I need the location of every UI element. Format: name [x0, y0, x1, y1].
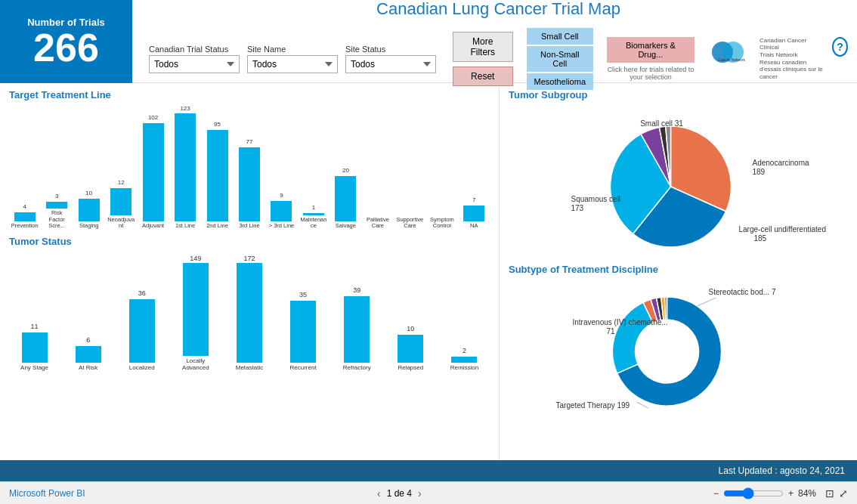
tumor-subgroup-chart: Small cell 31Adenocarcinoma189Squamous c…: [509, 105, 848, 264]
pie-label: 185: [754, 234, 767, 243]
pie-label: Large-cell undifferentiated: [739, 225, 826, 233]
treatment-bar-group[interactable]: 10Staging: [73, 105, 104, 230]
bar-value: 11: [31, 323, 39, 332]
bar-rect[interactable]: [14, 212, 36, 221]
zoom-level: 84%: [798, 488, 816, 499]
treatment-bar-group[interactable]: Supportive Care: [394, 105, 425, 230]
bar-label: NA: [460, 223, 487, 230]
bar-rect[interactable]: [79, 199, 100, 221]
tumor-bar-group[interactable]: 172Metastatic: [224, 255, 274, 372]
zoom-minus[interactable]: −: [713, 488, 719, 499]
bar-rect[interactable]: [335, 176, 356, 221]
bar-value: 39: [353, 286, 360, 296]
bar-label: Symptom Control: [428, 217, 456, 230]
treatment-bar-group[interactable]: 102Adjuvant: [138, 105, 169, 230]
tumor-subgroup-title: Tumor Subgroup: [509, 89, 848, 100]
bar-rect[interactable]: [344, 296, 370, 363]
bar-rect[interactable]: [110, 188, 131, 215]
pie-label: Adenocarcinoma: [753, 159, 809, 167]
bar-rect[interactable]: [290, 301, 316, 363]
svg-text:Cancer Network: Cancer Network: [718, 57, 745, 62]
bar-rect[interactable]: [175, 113, 196, 221]
treatment-bar-group[interactable]: 7NA: [459, 105, 490, 230]
tumor-bar-group[interactable]: 10Relapsed: [385, 255, 436, 372]
bar-rect[interactable]: [207, 130, 228, 221]
donut-segment[interactable]: [664, 297, 667, 320]
treatment-bar-group[interactable]: 4Prevention: [9, 105, 40, 230]
bar-rect[interactable]: [46, 202, 67, 209]
pie-label: 173: [571, 204, 584, 212]
treatment-bar-group[interactable]: 773rd Line: [234, 105, 265, 230]
tumor-bar-group[interactable]: 11Any Stage: [9, 255, 60, 372]
more-filters-button[interactable]: More Filters: [453, 32, 513, 62]
bar-value: 149: [190, 255, 201, 263]
treatment-bar-group[interactable]: 1Maintenance: [298, 105, 329, 230]
bar-value: 35: [299, 291, 307, 301]
bar-label: Refractory: [338, 364, 376, 372]
tumor-bar-group[interactable]: 149Locally Advanced: [170, 255, 221, 372]
bar-rect[interactable]: [22, 332, 48, 363]
bar-value: 95: [214, 121, 221, 130]
bar-label: 3rd Line: [236, 223, 263, 230]
donut-label: 71: [607, 327, 616, 335]
bar-rect[interactable]: [76, 346, 101, 363]
bar-label: Supportive Care: [396, 217, 423, 230]
tumor-bar-group[interactable]: 2Remission: [439, 255, 490, 372]
bar-value: 2: [463, 347, 466, 357]
tumor-bar-group[interactable]: 36Localized: [116, 255, 167, 372]
tumor-bar-group[interactable]: 6At Risk: [63, 255, 113, 372]
bar-value: 36: [138, 289, 146, 299]
treatment-bar-group[interactable]: 9> 3rd Line: [266, 105, 297, 230]
target-treatment-chart: 4Prevention3Risk Factor Scre...10Staging…: [9, 105, 490, 230]
page-prev[interactable]: ‹: [377, 487, 381, 499]
bar-rect[interactable]: [303, 213, 324, 215]
donut-leader-line: [698, 298, 716, 306]
bar-rect[interactable]: [398, 335, 423, 363]
page-indicator: 1 de 4: [387, 488, 412, 499]
bar-label: > 3rd Line: [268, 223, 295, 230]
bar-rect[interactable]: [129, 299, 155, 363]
tumor-bar-group[interactable]: 35Recurrent: [278, 255, 329, 372]
treatment-bar-group[interactable]: 3Risk Factor Scre...: [41, 105, 72, 230]
bar-value: 172: [243, 255, 255, 263]
page-next[interactable]: ›: [418, 487, 422, 499]
powerbi-link[interactable]: Microsoft Power BI: [9, 488, 85, 499]
treatment-bar-group[interactable]: Palliative Care: [362, 105, 393, 230]
bar-rect[interactable]: [183, 263, 209, 356]
bar-rect[interactable]: [451, 357, 477, 363]
bar-rect[interactable]: [271, 201, 292, 221]
small-cell-button[interactable]: Small Cell: [527, 28, 593, 45]
treatment-bar-group[interactable]: 1231st Line: [169, 105, 200, 230]
zoom-plus[interactable]: +: [788, 488, 794, 499]
treatment-bar-group[interactable]: 952nd Line: [202, 105, 233, 230]
donut-segment[interactable]: [613, 302, 654, 373]
treatment-bar-group[interactable]: 20Salvage: [330, 105, 361, 230]
bar-value: 3: [55, 193, 58, 202]
zoom-slider[interactable]: [723, 487, 784, 499]
bar-rect[interactable]: [463, 206, 484, 221]
non-small-cell-button[interactable]: Non-Small Cell: [527, 46, 593, 72]
footer: Last Updated : agosto 24, 2021: [0, 460, 857, 481]
tumor-bar-group[interactable]: 39Refractory: [332, 255, 382, 372]
site-status-select[interactable]: Todos: [345, 55, 436, 73]
expand-icon[interactable]: ⤢: [839, 487, 848, 499]
bar-rect[interactable]: [143, 123, 164, 221]
bar-rect[interactable]: [237, 263, 262, 363]
treatment-bar-group[interactable]: Symptom Control: [426, 105, 457, 230]
mesothelioma-button[interactable]: Mesothelioma: [527, 73, 593, 90]
bar-value: 6: [86, 336, 90, 346]
status-select[interactable]: Todos: [149, 55, 240, 73]
bar-rect[interactable]: [239, 147, 260, 221]
bar-label: Maintenance: [300, 217, 327, 230]
subtype-treatment-chart: Stereotactic bod... 7Intravenous (IV) ch…: [509, 280, 848, 416]
bar-label: Prevention: [11, 223, 39, 230]
cancer-network-logo: Cancer Network: [709, 39, 754, 66]
fit-icon[interactable]: ⊡: [825, 487, 834, 499]
site-select[interactable]: Todos: [247, 55, 338, 73]
help-button[interactable]: ?: [832, 37, 848, 57]
trials-box: Number of Trials 266: [0, 0, 132, 83]
reset-button[interactable]: Reset: [453, 66, 513, 86]
treatment-bar-group[interactable]: 12Neoadjuvant: [105, 105, 136, 230]
site-filter: Site Name Todos: [247, 45, 338, 73]
biomarkers-button[interactable]: Biomarkers & Drug...: [607, 37, 695, 63]
